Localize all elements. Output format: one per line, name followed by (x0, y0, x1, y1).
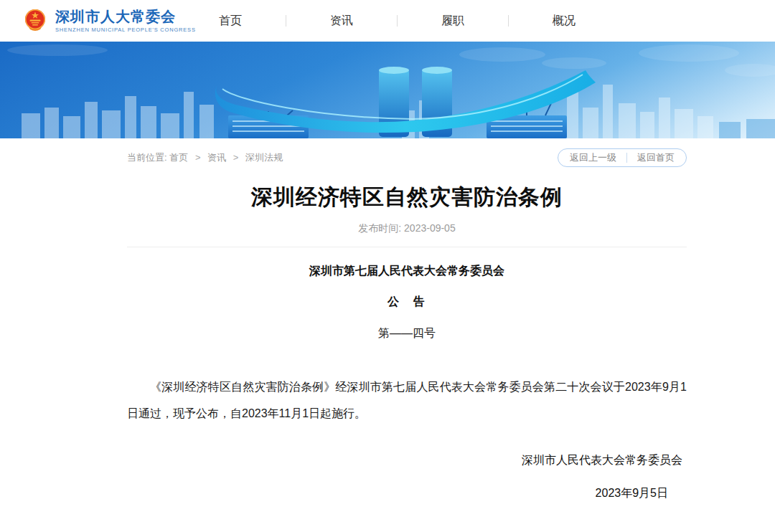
back-parent-button[interactable]: 返回上一级 (570, 151, 616, 164)
breadcrumb-link-home[interactable]: 首页 (169, 152, 188, 163)
signature-org: 深圳市人民代表大会常务委员会 (127, 453, 687, 468)
publish-time: 发布时间: 2023-09-05 (127, 222, 687, 235)
notice-heading: 公 告 (127, 295, 687, 310)
back-home-button[interactable]: 返回首页 (637, 151, 675, 164)
main-nav: 首页 资讯 履职 概况 (175, 0, 619, 42)
site-header: 深圳市人大常委会 SHENZHEN MUNICIPAL PEOPLE'S CON… (0, 0, 775, 42)
breadcrumb-link-news[interactable]: 资讯 (207, 152, 226, 163)
nav-item-overview[interactable]: 概况 (509, 0, 619, 42)
body-paragraph: 《深圳经济特区自然灾害防治条例》经深圳市第七届人民代表大会常务委员会第二十次会议… (127, 374, 687, 427)
publish-time-value: 2023-09-05 (404, 222, 456, 234)
signature-date: 2023年9月5日 (127, 486, 687, 501)
breadcrumb-link-regulations[interactable]: 深圳法规 (245, 152, 283, 163)
nav-item-home[interactable]: 首页 (175, 0, 286, 42)
page-title: 深圳经济特区自然灾害防治条例 (127, 183, 687, 212)
notice-number: 第——四号 (127, 326, 687, 341)
national-emblem-icon (23, 8, 47, 34)
breadcrumb-separator: > (195, 152, 201, 163)
nav-item-news[interactable]: 资讯 (286, 0, 397, 42)
breadcrumb-label: 当前位置: (127, 152, 167, 163)
issuer-line: 深圳市第七届人民代表大会常务委员会 (127, 264, 687, 279)
publish-time-label: 发布时间: (358, 222, 401, 234)
nav-item-duty[interactable]: 履职 (398, 0, 508, 42)
civic-center-illustration (0, 42, 775, 138)
button-divider (626, 153, 627, 163)
breadcrumb-separator: > (233, 152, 239, 163)
breadcrumb: 当前位置: 首页 > 资讯 > 深圳法规 (127, 151, 283, 164)
divider (127, 247, 687, 247)
site-logo[interactable]: 深圳市人大常委会 SHENZHEN MUNICIPAL PEOPLE'S CON… (23, 8, 196, 34)
article-page: 当前位置: 首页 > 资讯 > 深圳法规 返回上一级 返回首页 深圳经济特区自然… (127, 148, 687, 501)
banner-image (0, 42, 775, 138)
back-button-group: 返回上一级 返回首页 (558, 148, 687, 167)
